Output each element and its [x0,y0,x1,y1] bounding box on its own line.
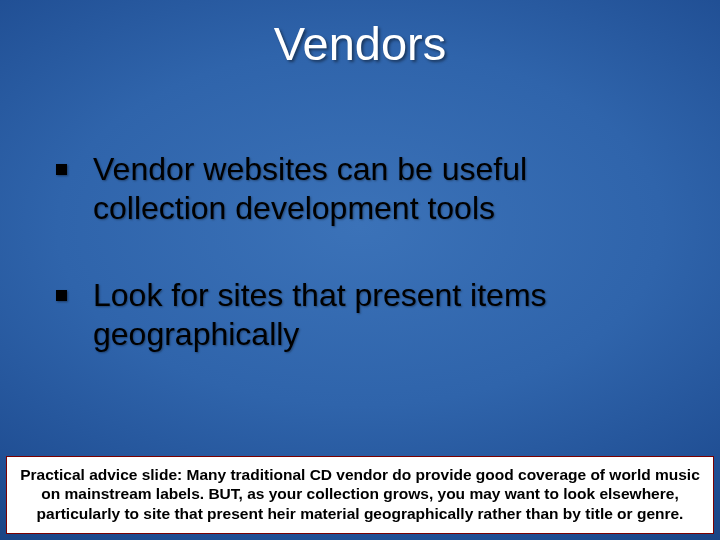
bullet-text: Vendor websites can be useful collection… [93,150,664,228]
bullet-text: Look for sites that present items geogra… [93,276,664,354]
slide-body: Vendor websites can be useful collection… [56,150,664,402]
bullet-item: Vendor websites can be useful collection… [56,150,664,228]
square-bullet-icon [56,290,67,301]
square-bullet-icon [56,164,67,175]
slide-title: Vendors [0,16,720,71]
slide: Vendors Vendor websites can be useful co… [0,0,720,540]
speaker-note-text: Practical advice slide: Many traditional… [19,465,701,523]
speaker-note-box: Practical advice slide: Many traditional… [6,456,714,534]
bullet-item: Look for sites that present items geogra… [56,276,664,354]
